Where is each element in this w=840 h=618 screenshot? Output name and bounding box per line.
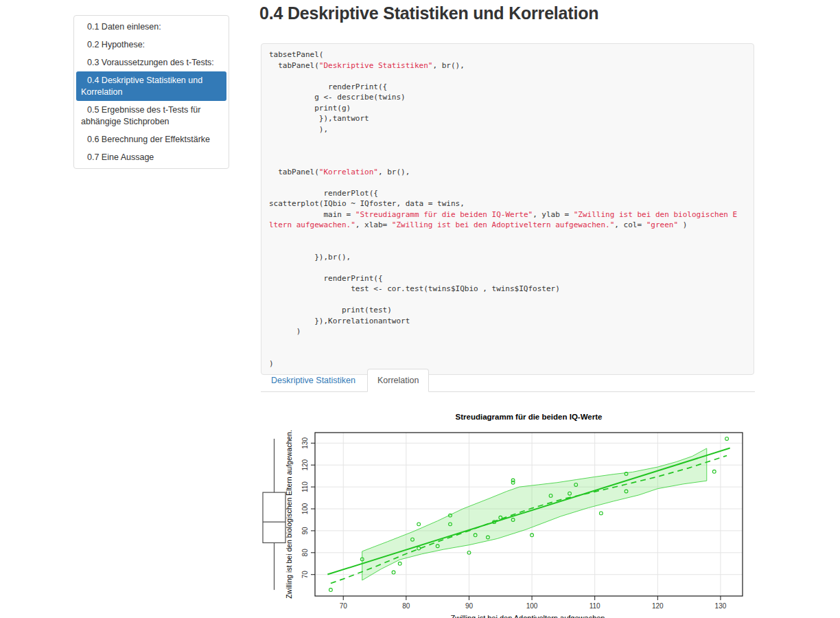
x-tick-label: 110 [590,602,600,610]
sidebar-item-link-7[interactable]: 0.7 Eine Aussage [76,148,226,166]
code-line: tabPanel("Korrelation", br(), [269,167,746,178]
x-tick-label: 90 [465,602,474,610]
sidebar-item-1: 0.1 Daten einlesen: [76,18,226,36]
confidence-band [362,448,707,580]
code-line: main = "Streudiagramm für die beiden IQ-… [269,209,746,220]
y-tick-label: 80 [302,549,310,557]
data-point [511,479,515,482]
y-tick-label: 90 [302,527,310,535]
data-point [712,470,716,473]
code-line [269,337,746,348]
sidebar-item-6: 0.6 Berechnung der Effektstärke [76,130,226,148]
code-line [269,295,746,306]
tab-korrelation[interactable]: Korrelation [367,369,429,392]
sidebar-nav: 0.1 Daten einlesen:0.2 Hypothese:0.3 Vor… [73,15,229,169]
code-line: }),br(), [269,252,746,263]
tab-deskriptive-statistiken[interactable]: Deskriptive Statistiken [261,369,366,392]
sidebar-item-link-5[interactable]: 0.5 Ergebnisse des t-Tests für abhängige… [76,101,226,130]
sidebar-item-5: 0.5 Ergebnisse des t-Tests für abhängige… [76,101,226,130]
y-tick-label: 130 [302,437,310,449]
boxplot-box [263,492,285,542]
x-tick-label: 120 [652,602,664,610]
code-line [269,241,746,252]
code-line: ltern aufgewachen.", xlab= "Zwilling ist… [269,220,746,231]
data-point [329,588,333,592]
regression-line [327,448,730,575]
y-tick-label: 100 [302,503,310,514]
sidebar-item-4: 0.4 Deskriptive Statistiken und Korrelat… [76,71,226,101]
tab-bar: Deskriptive Statistiken Korrelation [261,369,755,392]
sidebar-item-link-1[interactable]: 0.1 Daten einlesen: [76,18,226,36]
code-line: ) [269,326,746,337]
code-line [269,231,746,242]
code-line: tabsetPanel( [269,49,746,60]
x-tick-label: 100 [526,602,538,610]
y-tick-label: 110 [302,481,310,492]
code-line: tabPanel("Deskriptive Statistiken", br()… [269,60,746,71]
code-line [269,156,746,167]
data-point [599,512,603,515]
code-line: print(test) [269,305,746,316]
y-axis-label: Zwilling ist bei den biologischen Eltern… [285,430,293,599]
sidebar-item-3: 0.3 Voraussetzungen des t-Tests: [76,54,226,71]
sidebar-item-link-2[interactable]: 0.2 Hypothese: [76,36,226,54]
code-line: test <- cor.test(twins$IQbio , twins$IQf… [269,284,746,295]
code-line [269,71,746,82]
code-line: renderPlot({ [269,188,746,199]
sidebar-item-7: 0.7 Eine Aussage [76,148,226,166]
sidebar-item-link-4[interactable]: 0.4 Deskriptive Statistiken und Korrelat… [76,71,226,101]
app-page: 0.1 Daten einlesen:0.2 Hypothese:0.3 Vor… [0,0,840,618]
sidebar-item-link-3[interactable]: 0.3 Voraussetzungen des t-Tests: [76,54,226,71]
data-point [725,437,729,441]
code-line: ) [269,358,746,369]
scatterplot-chart: 708090100110120130708090100110120130Stre… [259,401,756,618]
code-line: }),Korrelationantwort [269,316,746,327]
code-line [269,146,746,157]
code-line: }),tantwort [269,113,746,124]
x-axis-label: Zwilling ist bei den Adoptiveltern aufge… [450,614,607,618]
code-line [269,262,746,273]
code-block: tabsetPanel( tabPanel("Deskriptive Stati… [261,43,754,375]
code-line [269,347,746,358]
sidebar-item-link-6[interactable]: 0.6 Berechnung der Effektstärke [76,130,226,148]
code-line: g <- describe(twins) [269,92,746,103]
code-line [269,135,746,146]
y-tick-label: 120 [302,459,310,470]
x-tick-label: 70 [340,602,348,610]
sidebar-item-2: 0.2 Hypothese: [76,36,226,54]
x-tick-label: 130 [715,602,727,610]
code-line: print(g) [269,103,746,114]
chart-title: Streudiagramm für die beiden IQ-Werte [456,413,603,421]
code-line: renderPrint({ [269,82,746,93]
data-point [398,562,401,565]
code-line: scatterplot(IQbio ~ IQfoster, data = twi… [269,198,746,209]
y-tick-label: 70 [302,571,310,579]
code-line [269,177,746,188]
code-line: ), [269,124,746,135]
sidebar-list: 0.1 Daten einlesen:0.2 Hypothese:0.3 Vor… [74,16,229,168]
code-line: renderPrint({ [269,273,746,284]
data-point [417,523,421,526]
data-point [392,571,395,574]
page-title: 0.4 Deskriptive Statistiken und Korrelat… [259,3,598,23]
x-tick-label: 80 [402,602,410,610]
